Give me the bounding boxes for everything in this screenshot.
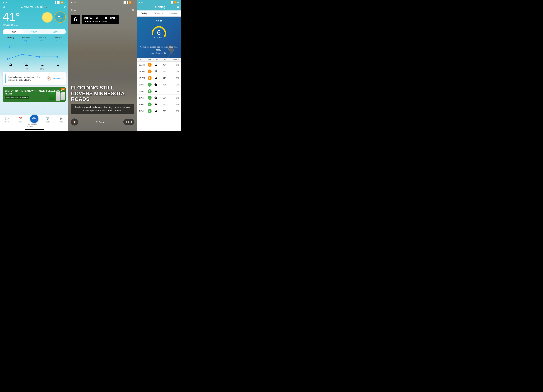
tab-daily[interactable]: Daily <box>45 29 65 34</box>
see-details-link[interactable]: See Details <box>53 77 63 80</box>
temp-afternoon: 51° <box>24 39 28 42</box>
filter-icon[interactable]: ≡ <box>177 5 179 9</box>
period-afternoon: Afternoon <box>22 36 30 39</box>
gsk-badge: gsk <box>61 88 65 91</box>
row-time: 4 PM <box>139 103 147 106</box>
video-panel: 11:43 ▋▋▋ 📶 ▬ Flood ✕ 6 MIDWEST FLOODING… <box>68 0 137 131</box>
row-time: 1 PM <box>139 84 147 86</box>
row-precip: 0% <box>166 84 179 86</box>
rwi-badge: 7 <box>148 102 152 106</box>
temp-morning: 43° <box>9 46 12 49</box>
video-nav-icon: ▶ <box>60 117 63 120</box>
period-morning: Morning <box>7 36 14 39</box>
forecast-icons-row: 🌤 🌥 10% ☁ 10% ☁ <box>0 62 68 70</box>
close-button[interactable]: ✕ <box>131 8 134 12</box>
search-icon[interactable]: 🔍 <box>44 5 48 8</box>
flood-number: 6 <box>71 15 80 24</box>
p3-tab-tomorrow[interactable]: Tomorrow <box>152 11 166 17</box>
th-precip: PRECIP <box>166 59 179 61</box>
nav-daily[interactable]: 📅 Daily <box>14 117 27 127</box>
progress-bar-1 <box>70 6 91 6</box>
period-overnight: Overnight <box>54 36 62 39</box>
rwi-badge: 6 <box>148 63 152 67</box>
tab-today[interactable]: Today <box>3 29 24 34</box>
headline-text-box: MIDWEST FLOODING LE SUEUR, MN • 3/25/19 <box>82 15 119 24</box>
nav-weather-channel[interactable]: TheWeatherChannel The Weather Channel <box>27 117 41 127</box>
nav-radar-label: Radar <box>46 121 50 123</box>
runner-silhouette: 🏃 <box>162 45 181 58</box>
icon-afternoon: 🌥 10% <box>18 63 34 70</box>
table-row: 10 AM 6 🌤 43° 0% <box>137 62 181 68</box>
precip-evening: 10% <box>40 68 44 70</box>
progress-bar-2 <box>92 6 113 6</box>
rwi-badge: 7 <box>148 96 152 100</box>
th-rwi: RWI <box>147 59 153 61</box>
ad-banner[interactable]: STEP UP TO THE PLATE WITH POWERFUL ALLER… <box>3 87 66 102</box>
mute-button[interactable]: 🔇 <box>71 119 78 125</box>
nav-radar[interactable]: 📡 Radar <box>41 117 55 127</box>
row-time: 11 AM <box>139 70 147 73</box>
table-row: 12 PM 6 🌥 47° 0% <box>137 75 181 81</box>
icon-morning: 🌤 <box>3 63 18 70</box>
forecast-afternoon: Afternoon 51° <box>18 36 34 49</box>
progress-bars <box>68 5 137 7</box>
ad-cta[interactable]: MAKE THE SWITCH TODAY › <box>5 96 29 99</box>
row-rwi: 7 <box>147 102 153 106</box>
location-text: New York City, NY <box>24 6 43 8</box>
row-time: 5 PM <box>139 110 147 112</box>
forecast-overnight: Overnight 47° <box>50 36 66 49</box>
row-cond: 🌥 <box>153 109 159 113</box>
p3-tab-thisweek[interactable]: This Week <box>166 11 181 17</box>
row-precip: 0% <box>166 64 179 66</box>
row-cond: 🌥 <box>153 90 159 93</box>
video-middle-area <box>68 25 137 82</box>
rwi-badge: 6 <box>148 76 152 80</box>
video-time: 11:43 <box>71 1 76 4</box>
video-home-line <box>93 129 112 129</box>
forecast-grid: Morning 43° Afternoon 51° Evening 47° Ov… <box>0 36 68 50</box>
weather-channel-badge[interactable]: TheWeatherChannel <box>30 114 39 123</box>
local-badge: 🌤 ◼ LOCAL <box>55 11 66 23</box>
p3-time: 9:26 <box>139 1 142 4</box>
svg-line-7 <box>50 14 51 15</box>
settings-icon[interactable]: ⚙ <box>3 5 5 9</box>
temp-evening: 47° <box>40 39 44 42</box>
p3-tab-today[interactable]: Today <box>137 11 152 17</box>
back-button[interactable]: ← <box>139 5 142 9</box>
table-row: 2 PM 7 🌥 50° 0% <box>137 88 181 95</box>
share-button[interactable]: ⬆ Share <box>96 120 105 123</box>
timer-display: -00:14 <box>123 119 134 125</box>
p3-status-icons: ▋▋ 📶 ▬ <box>171 1 179 4</box>
tab-hourly[interactable]: Hourly <box>24 29 45 34</box>
row-temp: 49° <box>159 84 166 86</box>
p3-tab-bar: Today Tomorrow This Week <box>137 11 181 17</box>
running-conditions-table: TIME RWI COND TEMP PRECIP 10 AM 6 🌤 43° … <box>137 58 181 131</box>
row-precip: 0% <box>166 97 179 99</box>
row-precip: 0% <box>166 90 179 92</box>
weather-icon-morning: 🌤 <box>9 63 12 67</box>
video-category: Flood <box>71 9 77 11</box>
rwi-badge: 7 <box>148 83 152 87</box>
table-row: 5 PM 7 🌥 51° 6% <box>137 108 181 114</box>
table-row: 1 PM 7 🌥 49° 0% <box>137 81 181 88</box>
row-cond: 🌥 <box>153 83 159 86</box>
svg-point-12 <box>57 56 58 58</box>
row-cond: 🌤 <box>153 70 159 73</box>
period-evening: Evening <box>39 36 45 39</box>
svg-point-10 <box>21 54 23 55</box>
headline-box: 6 MIDWEST FLOODING LE SUEUR, MN • 3/25/1… <box>71 15 134 24</box>
location-bar[interactable]: ▲ New York City, NY 🔍 <box>21 5 48 8</box>
refresh-icon[interactable]: ↻ <box>63 5 66 9</box>
nav-video[interactable]: ▶ Video <box>55 117 68 127</box>
rwi-badge: 7 <box>148 89 152 93</box>
row-precip: 0% <box>166 70 179 73</box>
running-gauge: 6 for 3 hours <box>149 24 169 44</box>
row-cond: 🌥 <box>153 103 159 106</box>
temp-range-display: 52°/46° Sunny <box>3 24 20 26</box>
nav-hourly[interactable]: 🕐 Hourly <box>0 117 14 127</box>
weather-main: 41° 52°/46° Sunny <box>0 9 68 28</box>
time-panel1: 9:26 <box>3 1 7 4</box>
svg-line-8 <box>44 20 45 21</box>
row-cond: 🌥 <box>153 96 159 100</box>
svg-point-0 <box>45 15 50 20</box>
